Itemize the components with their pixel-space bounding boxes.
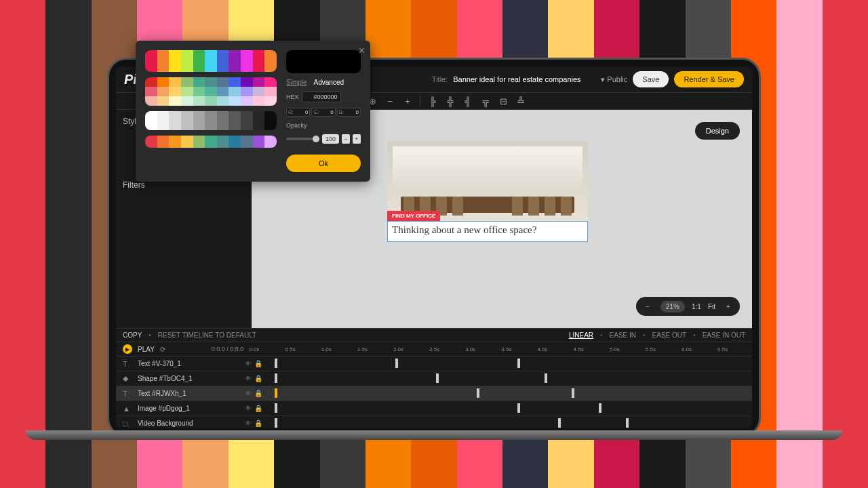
color-swatch[interactable] bbox=[241, 77, 253, 87]
visibility-icon[interactable]: 👁 bbox=[245, 360, 252, 367]
color-swatch[interactable] bbox=[193, 77, 205, 87]
color-swatch[interactable] bbox=[229, 87, 241, 96]
timeline-track[interactable]: ▲Image #pDgog_1👁🔒 bbox=[116, 401, 752, 416]
color-swatch[interactable] bbox=[157, 87, 170, 96]
r-input[interactable]: R:0 bbox=[286, 108, 310, 117]
color-swatch[interactable] bbox=[217, 50, 229, 72]
color-swatch[interactable] bbox=[253, 136, 265, 148]
color-swatch[interactable] bbox=[193, 136, 205, 148]
color-swatch[interactable] bbox=[169, 96, 181, 106]
color-swatch[interactable] bbox=[253, 111, 265, 130]
ok-button[interactable]: Ok bbox=[286, 155, 361, 172]
design-badge[interactable]: Design bbox=[695, 122, 740, 140]
easing-linear[interactable]: LINEAR bbox=[569, 331, 593, 339]
loop-icon[interactable]: ⟳ bbox=[160, 346, 165, 353]
color-swatch[interactable] bbox=[217, 136, 229, 148]
timeline-track[interactable]: TText #RJWXh_1👁🔒 bbox=[116, 386, 752, 401]
color-swatch[interactable] bbox=[205, 136, 217, 148]
visibility-icon[interactable]: 👁 bbox=[245, 390, 252, 397]
color-swatch[interactable] bbox=[157, 111, 170, 130]
color-swatch[interactable] bbox=[205, 87, 217, 96]
close-icon[interactable]: × bbox=[359, 45, 365, 57]
color-swatch[interactable] bbox=[205, 96, 217, 106]
zoom-value[interactable]: 21% bbox=[660, 301, 685, 312]
color-swatch[interactable] bbox=[229, 136, 241, 148]
color-swatch[interactable] bbox=[264, 111, 277, 130]
color-swatch[interactable] bbox=[169, 87, 181, 96]
color-swatch[interactable] bbox=[229, 50, 241, 72]
track-lane[interactable] bbox=[273, 386, 745, 401]
lock-icon[interactable]: 🔒 bbox=[254, 360, 262, 367]
color-swatch[interactable] bbox=[229, 111, 241, 130]
color-swatch[interactable] bbox=[157, 50, 170, 72]
color-swatch[interactable] bbox=[145, 111, 157, 130]
color-swatch[interactable] bbox=[181, 77, 193, 87]
easing-ease-in[interactable]: EASE IN bbox=[610, 331, 636, 339]
timeline-track[interactable]: ◆Shape #TbOC4_1👁🔒 bbox=[116, 371, 752, 386]
timeline-copy[interactable]: COPY bbox=[123, 331, 142, 339]
play-button[interactable]: ▶ bbox=[123, 344, 132, 354]
lock-icon[interactable]: 🔒 bbox=[254, 405, 262, 412]
color-swatch[interactable] bbox=[241, 96, 253, 106]
color-swatch[interactable] bbox=[145, 87, 157, 96]
color-swatch[interactable] bbox=[181, 96, 193, 106]
track-lane[interactable] bbox=[273, 371, 745, 386]
color-swatch[interactable] bbox=[264, 96, 277, 106]
align-left-icon[interactable]: ╠ bbox=[427, 96, 438, 106]
color-swatch[interactable] bbox=[253, 96, 265, 106]
color-swatch[interactable] bbox=[264, 87, 277, 96]
color-swatch[interactable] bbox=[181, 50, 193, 72]
color-swatch[interactable] bbox=[145, 136, 157, 148]
color-swatch[interactable] bbox=[241, 87, 253, 96]
color-swatch[interactable] bbox=[181, 111, 193, 130]
opacity-plus[interactable]: + bbox=[353, 134, 361, 144]
color-swatch[interactable] bbox=[157, 96, 170, 106]
color-row-theme[interactable] bbox=[145, 136, 277, 148]
track-lane[interactable] bbox=[273, 401, 745, 415]
color-swatch[interactable] bbox=[145, 96, 157, 106]
color-swatch[interactable] bbox=[229, 77, 241, 87]
color-swatch[interactable] bbox=[145, 77, 157, 87]
color-swatch[interactable] bbox=[217, 87, 229, 96]
color-swatch[interactable] bbox=[145, 50, 157, 72]
hex-input[interactable] bbox=[302, 92, 341, 102]
color-swatch[interactable] bbox=[229, 96, 241, 106]
visibility-dropdown[interactable]: ▾ Public bbox=[601, 75, 627, 84]
color-swatch[interactable] bbox=[169, 50, 181, 72]
timeline-ruler[interactable]: 0.0s0.5s1.0s1.5s2.0s2.5s3.0s3.5s4.0s4.5s… bbox=[249, 346, 745, 352]
g-input[interactable]: G:0 bbox=[311, 108, 335, 117]
plus-icon[interactable]: + bbox=[402, 96, 413, 106]
render-save-button[interactable]: Render & Save bbox=[674, 71, 744, 87]
timeline-reset[interactable]: RESET TIMELINE TO DEFAULT bbox=[158, 331, 256, 339]
color-swatch[interactable] bbox=[241, 111, 253, 130]
color-swatch[interactable] bbox=[157, 136, 170, 148]
color-swatch[interactable] bbox=[193, 111, 205, 130]
color-swatch[interactable] bbox=[193, 96, 205, 106]
visibility-icon[interactable]: 👁 bbox=[245, 375, 252, 382]
lock-icon[interactable]: 🔒 bbox=[254, 375, 262, 382]
opacity-slider[interactable] bbox=[286, 138, 319, 140]
color-grid[interactable] bbox=[145, 77, 277, 106]
track-lane[interactable] bbox=[273, 416, 745, 428]
color-swatch[interactable] bbox=[253, 87, 265, 96]
opacity-minus[interactable]: − bbox=[342, 134, 350, 144]
easing-ease-out[interactable]: EASE OUT bbox=[652, 331, 687, 339]
minus-icon[interactable]: − bbox=[384, 96, 395, 106]
color-swatch[interactable] bbox=[205, 111, 217, 130]
color-swatch[interactable] bbox=[253, 77, 265, 87]
color-swatch[interactable] bbox=[157, 77, 170, 87]
color-swatch[interactable] bbox=[169, 136, 181, 148]
b-input[interactable]: B:0 bbox=[337, 108, 361, 117]
lock-icon[interactable]: 🔒 bbox=[254, 390, 262, 397]
align-center-icon[interactable]: ╬ bbox=[445, 96, 456, 106]
align-right-icon[interactable]: ╣ bbox=[462, 96, 473, 106]
tab-simple[interactable]: Simple bbox=[286, 79, 307, 86]
banner-design[interactable]: FIND MY OFFICE Thinking about a new offi… bbox=[387, 141, 588, 242]
zoom-ratio[interactable]: 1:1 bbox=[692, 303, 701, 310]
visibility-icon[interactable]: 👁 bbox=[245, 420, 252, 427]
align-top-icon[interactable]: ╦ bbox=[480, 96, 491, 106]
visibility-icon[interactable]: 👁 bbox=[245, 405, 252, 412]
title-input[interactable] bbox=[453, 75, 595, 83]
align-middle-icon[interactable]: ⊟ bbox=[498, 96, 509, 106]
gray-row[interactable] bbox=[145, 111, 277, 130]
